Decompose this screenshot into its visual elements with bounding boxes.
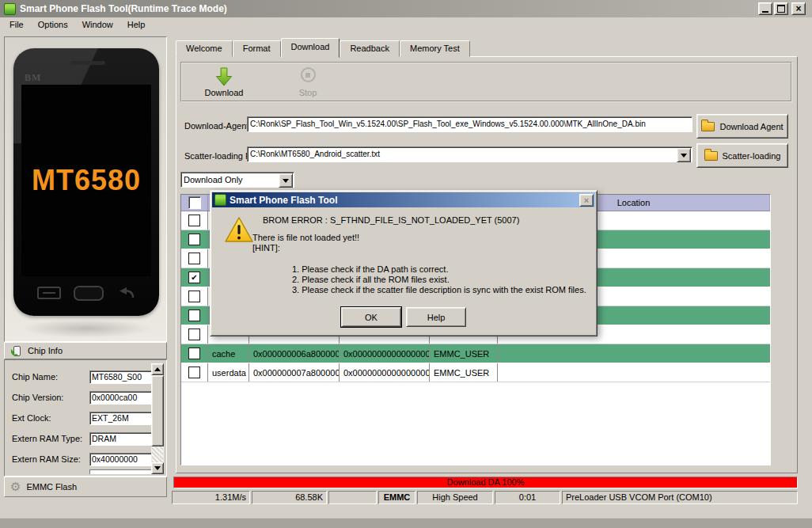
menu-file[interactable]: File xyxy=(2,18,31,31)
phone-image: BM MT6580 xyxy=(13,48,159,316)
close-button[interactable]: × xyxy=(791,2,806,15)
chip-version-label: Chip Version: xyxy=(12,393,89,402)
folder-icon xyxy=(704,151,718,161)
dialog-close-button[interactable]: × xyxy=(579,194,594,207)
cell-location xyxy=(498,363,770,382)
row-checkbox[interactable] xyxy=(188,310,200,321)
cell-region: EMMC_USER xyxy=(430,363,498,382)
tab-welcome[interactable]: Welcome xyxy=(176,40,233,57)
scatter-file-input[interactable]: C:\Ronk\MT6580_Android_scatter.txt xyxy=(247,146,692,162)
app-icon xyxy=(4,3,16,15)
tab-readback[interactable]: Readback xyxy=(340,40,400,57)
mode-dropdown-button[interactable] xyxy=(279,173,293,188)
menu-nav-icon xyxy=(37,287,61,299)
maximize-icon xyxy=(777,5,785,13)
progress-bar: Download DA 100% xyxy=(173,477,798,488)
scatter-loading-button-label: Scatter-loading xyxy=(723,151,781,161)
row-checkbox[interactable] xyxy=(188,253,200,264)
download-agent-label: Download-Agent xyxy=(184,121,249,131)
dropdown-icon xyxy=(283,179,289,183)
close-icon: × xyxy=(584,196,589,205)
clipped-field xyxy=(89,469,153,474)
cell-begin: 0x000000006a800000 xyxy=(249,344,340,363)
download-agent-button-label: Download Agent xyxy=(719,122,783,131)
row-checkbox[interactable]: ✔ xyxy=(188,272,200,283)
ram-type-label: Extern RAM Type: xyxy=(12,434,89,443)
row-checkbox[interactable] xyxy=(188,234,200,245)
chip-name-value: MT6580_S00 xyxy=(89,370,153,384)
cell-end: 0x0000000000000000 xyxy=(340,363,430,382)
emmc-flash-header[interactable]: ⚙ EMMC Flash xyxy=(4,477,167,497)
scroll-up-button[interactable] xyxy=(151,363,164,375)
row-checkbox[interactable] xyxy=(188,367,200,378)
ok-button-label: OK xyxy=(365,313,378,322)
chip-info-header[interactable]: Chip Info xyxy=(4,342,167,359)
tab-format[interactable]: Format xyxy=(233,40,281,57)
maximize-button[interactable] xyxy=(774,2,788,15)
menu-options[interactable]: Options xyxy=(31,18,75,31)
back-nav-icon xyxy=(116,287,135,298)
status-speed: 1.31M/s xyxy=(172,491,250,504)
download-icon xyxy=(214,67,233,87)
phone-speaker xyxy=(70,61,105,65)
gear-icon: ⚙ xyxy=(10,481,21,492)
tab-download[interactable]: Download xyxy=(281,38,340,58)
dialog-message-text: There is file not loaded yet!! xyxy=(252,233,359,242)
chip-field-row: Ext Clock: EXT_26M xyxy=(5,408,166,428)
dialog-hint-2: 2. Please check if all the ROM files exi… xyxy=(292,275,450,284)
phone-preview-panel: BM MT6580 xyxy=(4,36,167,342)
scatter-loading-button[interactable]: Scatter-loading xyxy=(696,143,788,168)
download-agent-button[interactable]: Download Agent xyxy=(696,114,788,139)
minimize-button[interactable] xyxy=(758,2,772,15)
window-bottom-edge xyxy=(0,518,812,528)
status-bar: 1.31M/s 68.58K EMMC High Speed 0:01 PreL… xyxy=(172,491,798,504)
chip-info-scrollbar[interactable] xyxy=(151,363,164,474)
cell-name: userdata xyxy=(208,363,249,382)
menu-help[interactable]: Help xyxy=(120,18,153,31)
scrollbar-thumb[interactable] xyxy=(151,375,164,446)
stop-button-label: Stop xyxy=(299,88,317,97)
chip-field-row: Extern RAM Size: 0x40000000 xyxy=(5,449,166,469)
row-checkbox[interactable] xyxy=(188,291,200,302)
status-port: PreLoader USB VCOM Port (COM10) xyxy=(562,491,798,504)
table-row-cache[interactable]: cache 0x000000006a800000 0x0000000000000… xyxy=(181,344,770,363)
dialog-titlebar[interactable]: Smart Phone Flash Tool × xyxy=(212,192,595,207)
chip-info-icon xyxy=(10,345,22,357)
ok-button[interactable]: OK xyxy=(341,307,401,327)
dialog-hint-label: [HINT]: xyxy=(252,243,280,253)
warning-icon xyxy=(224,216,254,243)
row-checkbox[interactable] xyxy=(188,348,200,359)
cell-region: EMMC_USER xyxy=(430,344,498,363)
stop-button[interactable]: Stop xyxy=(279,66,337,99)
chip-field-row: Chip Version: 0x0000ca00 xyxy=(5,387,166,408)
phone-screen: MT6580 xyxy=(21,85,151,276)
scrollbar-track[interactable] xyxy=(152,446,163,462)
download-button[interactable]: Download xyxy=(195,66,253,99)
select-all-checkbox[interactable] xyxy=(188,196,201,209)
cell-location xyxy=(498,344,770,363)
menu-window[interactable]: Window xyxy=(75,18,120,31)
status-connection: High Speed xyxy=(417,491,493,504)
ram-type-value: DRAM xyxy=(89,432,153,446)
cell-end: 0x0000000000000000 xyxy=(340,344,430,363)
window-titlebar[interactable]: Smart Phone Flash Tool(Runtime Trace Mod… xyxy=(0,0,812,17)
row-checkbox[interactable] xyxy=(188,215,200,226)
ext-clock-value: EXT_26M xyxy=(89,412,153,425)
close-icon: × xyxy=(795,5,801,13)
row-checkbox[interactable] xyxy=(188,329,200,340)
scroll-up-icon xyxy=(154,367,161,371)
scroll-down-button[interactable] xyxy=(151,462,164,474)
chip-info-panel: Chip Name: MT6580_S00 Chip Version: 0x00… xyxy=(4,359,167,477)
tab-bar: Welcome Format Download Readback Memory … xyxy=(176,39,470,57)
tab-memory-test[interactable]: Memory Test xyxy=(400,40,470,57)
table-row-userdata[interactable]: userdata 0x000000007a800000 0x0000000000… xyxy=(181,363,770,382)
help-button-label: Help xyxy=(427,313,446,322)
status-spare xyxy=(328,491,377,504)
toolbar xyxy=(180,62,792,102)
phone-brand-text: BM xyxy=(25,72,41,84)
help-button[interactable]: Help xyxy=(406,307,466,327)
scatter-dropdown-button[interactable] xyxy=(677,148,691,162)
download-button-label: Download xyxy=(205,88,244,97)
download-agent-input[interactable]: C:\Ronk\SP_Flash_Tool_Win_v5.1524.00\SP_… xyxy=(247,116,692,132)
download-mode-select[interactable]: Download Only xyxy=(180,172,294,188)
